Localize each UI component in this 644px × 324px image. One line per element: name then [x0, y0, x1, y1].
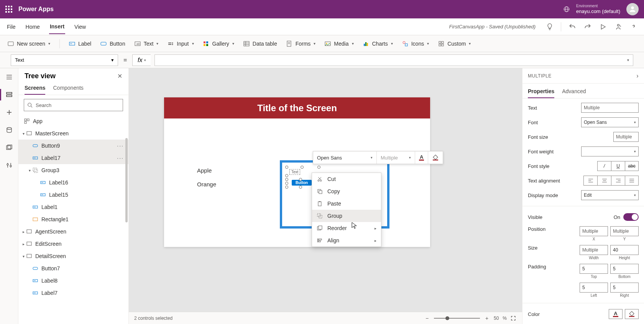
- undo-icon[interactable]: [568, 23, 577, 31]
- selection-handle[interactable]: [299, 178, 302, 181]
- rail-tree-view-icon[interactable]: [5, 90, 13, 99]
- tree-close-icon[interactable]: ✕: [117, 72, 122, 80]
- tree-item-detailscreen[interactable]: ▾ DetailScreen: [18, 250, 128, 262]
- selection-handle[interactable]: [317, 166, 320, 169]
- menu-insert[interactable]: Insert: [49, 20, 65, 34]
- tree-item-label17[interactable]: Label17 ···: [18, 152, 128, 164]
- share-icon[interactable]: [614, 23, 623, 31]
- prop-height-input[interactable]: 40: [610, 245, 639, 255]
- expand-toggle-icon[interactable]: ▾: [27, 168, 32, 173]
- ctx-copy[interactable]: Copy: [312, 185, 381, 197]
- props-tab-properties[interactable]: Properties: [528, 88, 554, 98]
- canvas-inner[interactable]: Title of the Screen Apple Orange Text Bu…: [129, 68, 522, 312]
- tree-search-input[interactable]: Search: [24, 99, 123, 111]
- ribbon-forms[interactable]: Forms▾: [286, 41, 316, 47]
- rail-tools-icon[interactable]: [5, 161, 13, 169]
- selection-handle[interactable]: [285, 186, 288, 189]
- ribbon-gallery[interactable]: Gallery▾: [203, 41, 234, 47]
- zoom-slider[interactable]: [434, 318, 480, 319]
- prop-padding-left-input[interactable]: 5: [580, 283, 608, 293]
- prop-fill-color-button[interactable]: [625, 309, 639, 319]
- tree-item-app[interactable]: App: [18, 115, 128, 127]
- prop-fontweight-select[interactable]: ▾: [581, 146, 639, 156]
- float-fill-color-button[interactable]: [428, 151, 443, 164]
- zoom-out-button[interactable]: −: [424, 315, 430, 321]
- selection-handle[interactable]: [285, 174, 288, 177]
- user-avatar[interactable]: [626, 3, 639, 15]
- tree-item-label16[interactable]: Label16: [18, 176, 128, 189]
- rail-data-icon[interactable]: [5, 126, 13, 134]
- tree-item-agentscreen[interactable]: ▸ AgentScreen: [18, 225, 128, 238]
- expand-toggle-icon[interactable]: ▾: [21, 132, 26, 136]
- rail-hamburger-icon[interactable]: [5, 73, 13, 81]
- more-options-icon[interactable]: ···: [117, 143, 125, 149]
- environment-block[interactable]: Environment enayu.com (default): [576, 3, 620, 15]
- ribbon-label[interactable]: Label: [69, 41, 91, 47]
- rail-insert-icon[interactable]: [5, 108, 13, 117]
- ctx-align[interactable]: Align ▸: [312, 234, 381, 247]
- prop-position-x-input[interactable]: Multiple: [580, 226, 608, 236]
- menu-home[interactable]: Home: [25, 20, 41, 34]
- prop-text-color-button[interactable]: A: [609, 309, 623, 319]
- prop-fontsize-input[interactable]: Multiple: [613, 132, 639, 142]
- tree-item-editscreen[interactable]: ▸ EditScreen: [18, 238, 128, 250]
- float-size-select[interactable]: Multiple▾: [377, 151, 415, 164]
- ribbon-charts[interactable]: Charts▾: [363, 41, 393, 47]
- redo-icon[interactable]: [583, 23, 592, 31]
- tree-item-masterscreen[interactable]: ▾ MasterScreen: [18, 127, 128, 140]
- ribbon-text[interactable]: ab Text▾: [135, 41, 159, 47]
- prop-visible-toggle[interactable]: [623, 213, 639, 221]
- ribbon-media[interactable]: Media▾: [325, 41, 353, 47]
- selection-handle[interactable]: [285, 182, 288, 185]
- ribbon-custom[interactable]: Custom▾: [438, 41, 471, 47]
- ctx-reorder[interactable]: Reorder ▸: [312, 222, 381, 234]
- formula-input[interactable]: ▾: [154, 54, 633, 66]
- prop-font-select[interactable]: Open Sans▾: [581, 117, 639, 127]
- expand-toggle-icon[interactable]: ▾: [21, 254, 26, 258]
- play-icon[interactable]: [599, 23, 607, 31]
- formula-expand-icon[interactable]: ▾: [627, 58, 629, 62]
- props-tab-advanced[interactable]: Advanced: [562, 88, 586, 98]
- tree-item-rectangle1[interactable]: Rectangle1: [18, 213, 128, 225]
- canvas-label-apple[interactable]: Apple: [197, 167, 212, 174]
- waffle-icon[interactable]: [5, 6, 12, 13]
- menu-view[interactable]: View: [74, 20, 87, 34]
- property-selector[interactable]: Text ▾: [11, 54, 118, 66]
- props-header[interactable]: MULTIPLE ›: [522, 68, 644, 84]
- canvas-selected-label-control[interactable]: Text: [289, 169, 300, 175]
- prop-displaymode-select[interactable]: Edit▾: [581, 190, 639, 200]
- ctx-cut[interactable]: Cut: [312, 173, 381, 185]
- align-justify-button[interactable]: [625, 176, 639, 186]
- fx-button[interactable]: fx▾: [132, 54, 151, 66]
- app-checker-icon[interactable]: [545, 23, 554, 31]
- ribbon-icons[interactable]: Icons▾: [402, 41, 429, 47]
- expand-toggle-icon[interactable]: ▸: [21, 242, 26, 246]
- tree-item-button9[interactable]: Button9 ···: [18, 140, 128, 152]
- tree-tab-screens[interactable]: Screens: [25, 85, 45, 95]
- tree-item-label7[interactable]: Label7: [18, 287, 128, 299]
- expand-toggle-icon[interactable]: ▸: [21, 230, 26, 234]
- zoom-in-button[interactable]: +: [484, 315, 490, 321]
- prop-padding-bottom-input[interactable]: 5: [610, 264, 639, 274]
- tree-scrollbar-thumb[interactable]: [125, 138, 128, 222]
- ribbon-input[interactable]: Input▾: [168, 41, 194, 47]
- underline-button[interactable]: U: [611, 161, 625, 171]
- align-right-button[interactable]: [611, 176, 625, 186]
- italic-button[interactable]: /: [597, 161, 611, 171]
- selection-handle[interactable]: [299, 186, 302, 189]
- ctx-group[interactable]: Group: [312, 210, 381, 222]
- tree-item-label15[interactable]: Label15: [18, 189, 128, 201]
- strikethrough-button[interactable]: abc: [625, 161, 639, 171]
- selection-handle[interactable]: [285, 166, 288, 169]
- canvas-selected-button-control[interactable]: Button: [292, 180, 312, 186]
- canvas-label-orange[interactable]: Orange: [197, 181, 216, 187]
- ribbon-new-screen[interactable]: New screen▾: [8, 41, 50, 47]
- selection-handle[interactable]: [301, 166, 304, 169]
- rail-media-icon[interactable]: [5, 143, 13, 152]
- prop-width-input[interactable]: Multiple: [580, 245, 608, 255]
- float-font-select[interactable]: Open Sans▾: [313, 151, 377, 164]
- align-center-button[interactable]: [597, 176, 611, 186]
- prop-text-input[interactable]: Multiple: [581, 103, 639, 113]
- tree-tab-components[interactable]: Components: [53, 85, 83, 95]
- chevron-right-icon[interactable]: ›: [636, 72, 639, 79]
